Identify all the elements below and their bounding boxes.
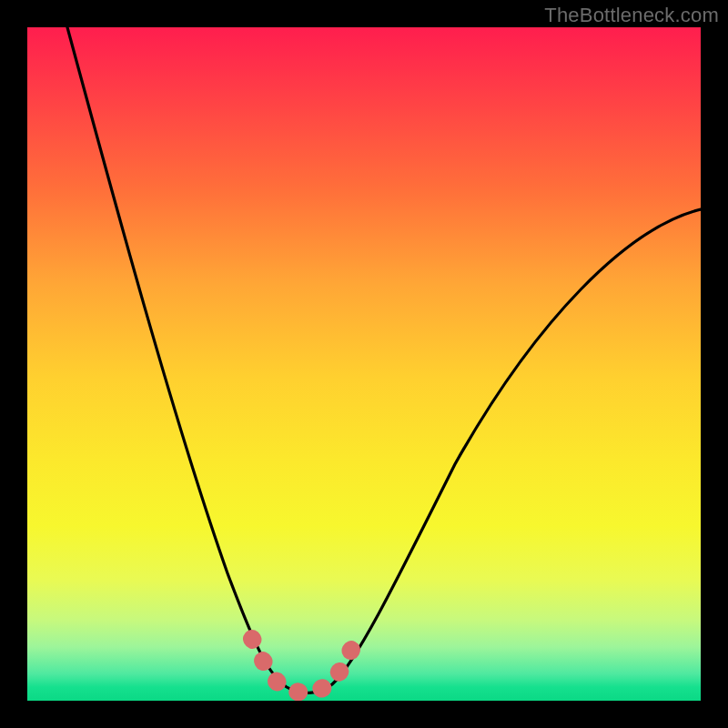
valley-marker xyxy=(252,639,351,693)
curve-layer xyxy=(27,27,701,701)
watermark-text: TheBottleneck.com xyxy=(544,4,719,27)
chart-frame: TheBottleneck.com xyxy=(0,0,728,728)
bottleneck-curve xyxy=(67,27,701,693)
plot-area xyxy=(27,27,701,701)
